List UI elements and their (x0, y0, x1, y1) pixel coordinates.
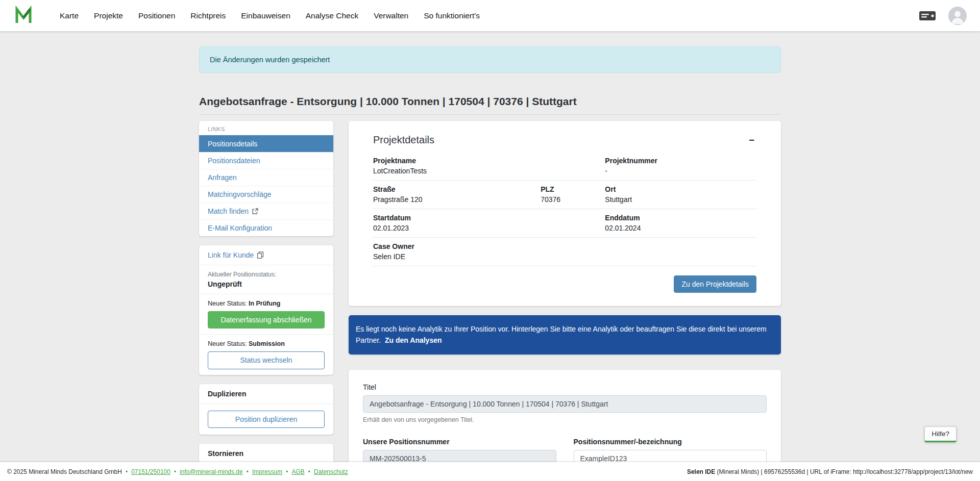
user-avatar[interactable] (948, 7, 967, 25)
case-owner-value: Selen IDE (373, 252, 756, 261)
new-status-text-1: Neuer Status: In Prüfung (208, 300, 325, 307)
collapse-button[interactable]: − (747, 134, 756, 146)
projektnummer-label: Projektnummer (605, 157, 756, 165)
ort-label: Ort (605, 185, 756, 193)
duplicate-card: Duplizieren Position duplizieren (199, 384, 333, 435)
project-row-owner: Case Owner Selen IDE (373, 238, 756, 266)
titel-label: Titel (363, 383, 767, 391)
nav-karte[interactable]: Karte (52, 7, 86, 24)
case-owner-label: Case Owner (373, 242, 756, 250)
status-card: Link für Kunde Aktueller Positionsstatus… (199, 245, 333, 375)
footer: © 2025 Mineral Minds Deutschland GmbH • … (0, 462, 980, 481)
sidebar: LINKS Positionsdetails Positionsdateien … (199, 121, 333, 481)
links-header: LINKS (199, 121, 333, 135)
session-user: Selen IDE (687, 468, 715, 475)
success-alert: Die Änderungen wurden gespeichert (199, 46, 781, 73)
enddatum-value: 02.01.2024 (605, 224, 756, 232)
navbar-right (919, 7, 967, 25)
server-icon[interactable] (919, 9, 936, 22)
titel-input (363, 395, 767, 413)
nav-analyse-check[interactable]: Analyse Check (298, 7, 366, 24)
projektnummer-value: - (605, 167, 756, 175)
customer-link[interactable]: Link für Kunde (208, 251, 264, 259)
projektname-value: LotCreationTests (373, 167, 605, 175)
project-row-name: Projektname LotCreationTests Projektnumm… (373, 152, 756, 181)
duplicate-position-button[interactable]: Position duplizieren (208, 411, 325, 428)
startdatum-label: Startdatum (373, 214, 605, 222)
email-link[interactable]: info@mineral-minds.de (180, 468, 243, 475)
top-navbar: Karte Projekte Positionen Richtpreis Ein… (0, 0, 980, 31)
analytics-link[interactable]: Zu den Analysen (385, 336, 442, 344)
app-logo[interactable] (13, 6, 34, 26)
nav-projekte[interactable]: Projekte (86, 7, 131, 24)
page-title: Angebotsanfrage - Entsorgung | 10.000 To… (199, 95, 781, 108)
titel-help: Erhält den von uns vorgegebenen Titel. (363, 416, 767, 423)
new-status-value-2: Submission (249, 340, 285, 347)
separator-dot: • (308, 468, 310, 475)
project-details-card: Projektdetails − Projektname LotCreation… (349, 121, 781, 306)
customer-link-label: Link für Kunde (208, 251, 254, 259)
nav-richtpreis[interactable]: Richtpreis (183, 7, 233, 24)
project-row-dates: Startdatum 02.01.2023 Enddatum 02.01.202… (373, 209, 756, 238)
impressum-link[interactable]: Impressum (252, 468, 282, 475)
main-content: Projektdetails − Projektname LotCreation… (349, 121, 781, 481)
sidebar-item-label: Match finden (208, 207, 249, 215)
datenschutz-link[interactable]: Datenschutz (314, 468, 348, 475)
strasse-value: Pragstraße 120 (373, 195, 541, 204)
sidebar-links-card: LINKS Positionsdetails Positionsdateien … (199, 121, 333, 236)
sidebar-item-matchingvorschlaege[interactable]: Matchingvorschläge (199, 186, 333, 202)
startdatum-value: 02.01.2023 (373, 224, 605, 232)
plz-value: 70376 (541, 195, 605, 204)
session-info: Selen IDE (Mineral Minds) | 69576255536d… (687, 468, 973, 475)
bezeichnung-label: Positionsnummer/-bezeichnung (574, 438, 767, 446)
separator-dot: • (247, 468, 249, 475)
new-status-prefix: Neuer Status: (208, 300, 247, 307)
new-status-value-1: In Prüfung (249, 300, 281, 307)
project-details-title: Projektdetails (373, 134, 434, 146)
enddatum-label: Enddatum (605, 214, 756, 222)
separator-dot: • (174, 468, 176, 475)
title-divider (199, 114, 781, 115)
project-row-address: Straße Pragstraße 120 PLZ 70376 Ort Stut… (373, 181, 756, 209)
separator-dot: • (126, 468, 128, 475)
nav-positionen[interactable]: Positionen (131, 7, 183, 24)
current-status-label: Aktueller Positionsstatus: (208, 271, 325, 278)
agb-link[interactable]: AGB (291, 468, 304, 475)
current-status-value: Ungeprüft (208, 280, 325, 288)
plz-label: PLZ (541, 185, 605, 193)
nav-verwalten[interactable]: Verwalten (366, 7, 416, 24)
sidebar-item-anfragen[interactable]: Anfragen (199, 169, 333, 186)
separator-dot: • (286, 468, 288, 475)
complete-data-entry-button[interactable]: Datenerfassung abschließen (208, 311, 325, 328)
strasse-label: Straße (373, 185, 541, 193)
help-button[interactable]: Hilfe? (924, 426, 957, 442)
new-status-text-2: Neuer Status: Submission (208, 340, 325, 347)
sidebar-item-positionsdetails[interactable]: Positionsdetails (199, 135, 333, 152)
phone-link[interactable]: 07151/250100 (131, 468, 170, 475)
session-details: (Mineral Minds) | 69576255536d | URL of … (715, 468, 973, 475)
projektname-label: Projektname (373, 157, 605, 165)
footer-links: © 2025 Mineral Minds Deutschland GmbH • … (7, 468, 348, 475)
main-container: Die Änderungen wurden gespeichert Angebo… (199, 46, 781, 481)
main-nav: Karte Projekte Positionen Richtpreis Ein… (52, 7, 487, 24)
external-link-icon (252, 208, 258, 215)
positionsnummer-label: Unsere Positionsnummer (363, 438, 556, 446)
new-status-prefix: Neuer Status: (208, 340, 247, 347)
project-details-button[interactable]: Zu den Projektdetails (674, 275, 756, 293)
sidebar-item-email-konfiguration[interactable]: E-Mail Konfiguration (199, 219, 333, 236)
nav-so-funktionierts[interactable]: So funktioniert's (416, 7, 487, 24)
switch-status-button[interactable]: Status wechseln (208, 351, 325, 369)
analytics-banner: Es liegt noch keine Analytik zu Ihrer Po… (349, 315, 781, 355)
copyright-text: © 2025 Mineral Minds Deutschland GmbH (7, 468, 122, 475)
sidebar-item-match-finden[interactable]: Match finden (199, 202, 333, 219)
cancel-title: Stornieren (199, 444, 333, 464)
ort-value: Stuttgart (605, 195, 756, 204)
duplicate-title: Duplizieren (199, 384, 333, 404)
sidebar-item-positionsdateien[interactable]: Positionsdateien (199, 152, 333, 169)
logo-icon (13, 6, 34, 26)
copy-icon (257, 251, 264, 259)
nav-einbauweisen[interactable]: Einbauweisen (233, 7, 298, 24)
